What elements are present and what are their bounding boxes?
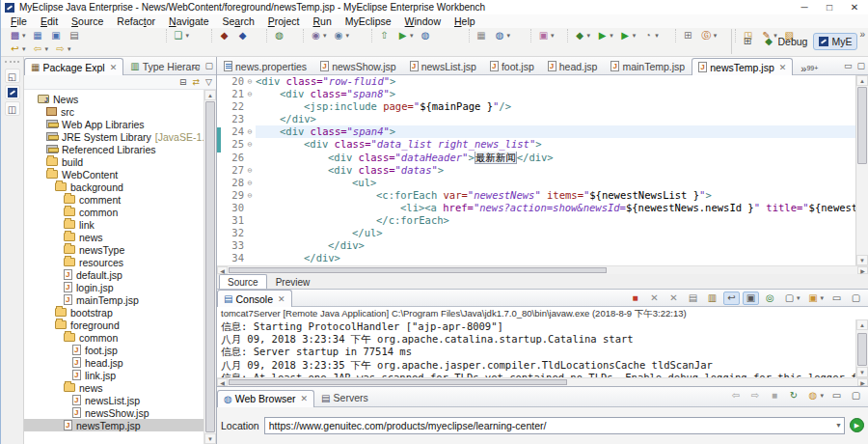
- maximize-button[interactable]: □: [824, 2, 835, 13]
- save-button[interactable]: ▦: [30, 29, 46, 42]
- insert-image-button[interactable]: ▣▾: [535, 29, 556, 42]
- console-scrollbar[interactable]: ▲ ▼: [855, 319, 868, 377]
- tree-item-bootstrap[interactable]: bootstrap: [24, 306, 203, 319]
- console-hscrollbar[interactable]: ◀ ▶: [217, 377, 868, 386]
- maximize-view-button[interactable]: ▢: [856, 60, 865, 71]
- tree-item-foreground[interactable]: foreground: [24, 319, 203, 331]
- menu-edit[interactable]: Edit: [34, 14, 65, 28]
- profile-button[interactable]: ◔▾: [639, 29, 661, 42]
- tree-item-maintemp-jsp[interactable]: mainTemp.jsp: [24, 293, 203, 306]
- browser-back-button[interactable]: ⇦: [727, 389, 744, 402]
- location-dropdown-icon[interactable]: ▼: [835, 422, 842, 429]
- back-button[interactable]: ⇦▾: [30, 42, 51, 56]
- tree-item-newstype[interactable]: newsType: [24, 243, 203, 256]
- location-input[interactable]: [264, 417, 845, 434]
- tree-item-default-jsp[interactable]: default.jsp: [24, 268, 203, 281]
- debug-perspective-button[interactable]: ◆Debug: [756, 33, 813, 50]
- tab-console[interactable]: ▤Console✕: [217, 290, 292, 307]
- deploy-cube-button[interactable]: ◆: [216, 29, 232, 42]
- menu-project[interactable]: Project: [261, 14, 307, 28]
- fold-collapse-icon[interactable]: ⊖: [244, 177, 256, 189]
- menu-search[interactable]: Search: [215, 14, 260, 28]
- tree-item-common[interactable]: common: [24, 206, 203, 218]
- close-tab-icon[interactable]: ✕: [110, 63, 118, 72]
- tree-item-referenced-libraries[interactable]: Referenced Libraries: [24, 143, 203, 155]
- open-external-button[interactable]: ◍▾: [804, 389, 826, 402]
- close-tab-icon[interactable]: ✕: [278, 294, 285, 304]
- close-button[interactable]: ✕: [849, 2, 860, 13]
- tree-scrollbar[interactable]: ▲ ▼: [203, 90, 216, 444]
- new-jsp-button[interactable]: ❑▾: [171, 29, 192, 42]
- scroll-up-icon[interactable]: ▲: [856, 75, 868, 86]
- tree-item-jre-system-library[interactable]: JRE System Library[JavaSE-1.7]: [24, 130, 203, 143]
- tree-item-newstemp-jsp[interactable]: newsTemp.jsp: [24, 419, 203, 431]
- scroll-up-icon[interactable]: ▲: [856, 319, 868, 330]
- scroll-down-icon[interactable]: ▼: [204, 433, 216, 444]
- tab-servers[interactable]: ▤Servers: [314, 389, 375, 406]
- maximize-browser-button[interactable]: ▢: [848, 389, 864, 402]
- editor-tab-newsshow-jsp[interactable]: newsShow.jsp: [313, 57, 403, 74]
- page-tab-preview[interactable]: Preview: [267, 274, 319, 289]
- hidden-tabs-chevron[interactable]: »99+: [800, 63, 818, 74]
- tree-item-login-jsp[interactable]: login.jsp: [24, 281, 203, 293]
- myeclipse-perspective-button[interactable]: MyE: [813, 33, 857, 50]
- tree-item-webcontent[interactable]: WebContent: [24, 168, 203, 180]
- open-console-button[interactable]: ▣▾: [804, 291, 826, 305]
- print-button[interactable]: ▤: [67, 29, 83, 42]
- last-edit-location-button[interactable]: ↩▾: [7, 42, 28, 56]
- tree-item-link-jsp[interactable]: link.jsp: [24, 369, 203, 381]
- deploy-project-button[interactable]: ⇧: [376, 29, 393, 42]
- menu-window[interactable]: Window: [398, 14, 448, 28]
- menu-file[interactable]: File: [4, 14, 34, 28]
- save-all-button[interactable]: ▣: [48, 29, 65, 42]
- tree-item-newslist-jsp[interactable]: newsList.jsp: [24, 394, 203, 406]
- scroll-left-icon[interactable]: ◀: [217, 266, 228, 274]
- view-menu-button[interactable]: ▽: [205, 77, 212, 87]
- tab-web-browser[interactable]: ◍Web Browser✕: [217, 390, 314, 407]
- minimize-view-button[interactable]: ▭: [192, 60, 201, 71]
- sync-globe-button[interactable]: ◍: [271, 29, 287, 42]
- open-perspective-button[interactable]: ⊞: [739, 35, 755, 48]
- remove-all-launches-button[interactable]: ✕: [665, 291, 682, 305]
- tree-item-build[interactable]: build: [24, 155, 203, 168]
- terminate-button[interactable]: ■: [627, 291, 643, 305]
- editor-tab-news-properties[interactable]: news.properties: [217, 57, 313, 74]
- scroll-down-icon[interactable]: ▼: [856, 367, 868, 377]
- editor-tab-maintemp-jsp[interactable]: mainTemp.jsp: [604, 57, 692, 74]
- new-wizard-button[interactable]: ▩▾: [7, 29, 28, 42]
- editor-tab-foot-jsp[interactable]: foot.jsp: [483, 57, 541, 74]
- user-install-button[interactable]: ◉▾: [308, 29, 329, 42]
- maximize-console-button[interactable]: ▢: [848, 291, 864, 305]
- junit-button[interactable]: ⊞: [680, 29, 696, 42]
- menu-run[interactable]: Run: [306, 14, 338, 28]
- fold-collapse-icon[interactable]: ⊖: [244, 138, 256, 151]
- collapse-all-button[interactable]: ⊟: [179, 77, 187, 87]
- restore-views-button[interactable]: ◱: [5, 69, 20, 83]
- tree-item-src[interactable]: src: [24, 105, 203, 118]
- word-wrap-button[interactable]: ↩: [723, 291, 740, 305]
- code-editor[interactable]: 20⊖<div class="row-fluid">21⊖<div class=…: [217, 75, 868, 265]
- tree-item-common[interactable]: common: [24, 331, 203, 344]
- scroll-up-icon[interactable]: ▲: [204, 90, 216, 100]
- fold-collapse-icon[interactable]: ⊖: [244, 189, 256, 202]
- go-button[interactable]: ▶: [850, 418, 864, 432]
- web-globe-button[interactable]: ◍: [418, 29, 434, 42]
- menu-refactor[interactable]: Refactor: [110, 14, 162, 28]
- clear-console-button[interactable]: ▤: [685, 291, 701, 305]
- editor-tab-newstemp-jsp[interactable]: newsTemp.jsp✕: [692, 58, 793, 75]
- refresh-gen-button[interactable]: Ⓖ▾: [698, 29, 719, 42]
- page-tab-source[interactable]: Source: [219, 274, 267, 289]
- tree-item-resources[interactable]: resources: [24, 256, 203, 268]
- close-tab-icon[interactable]: ✕: [301, 394, 309, 403]
- new-table-button[interactable]: ▦: [474, 29, 490, 42]
- run-history-button[interactable]: ▶▾: [617, 29, 638, 42]
- fold-collapse-icon[interactable]: ⊖: [244, 75, 256, 88]
- close-tab-icon[interactable]: ✕: [779, 63, 787, 72]
- browser-refresh-button[interactable]: ↻: [785, 389, 801, 402]
- pin-console-button[interactable]: ◎: [762, 291, 778, 305]
- tab-package-expl[interactable]: ▦Package Expl✕: [24, 58, 123, 75]
- myeclipse-view-button[interactable]: [5, 85, 20, 99]
- minimize-browser-button[interactable]: ▭: [828, 389, 845, 402]
- tree-item-head-jsp[interactable]: head.jsp: [24, 356, 203, 369]
- tree-item-web-app-libraries[interactable]: Web App Libraries: [24, 118, 203, 130]
